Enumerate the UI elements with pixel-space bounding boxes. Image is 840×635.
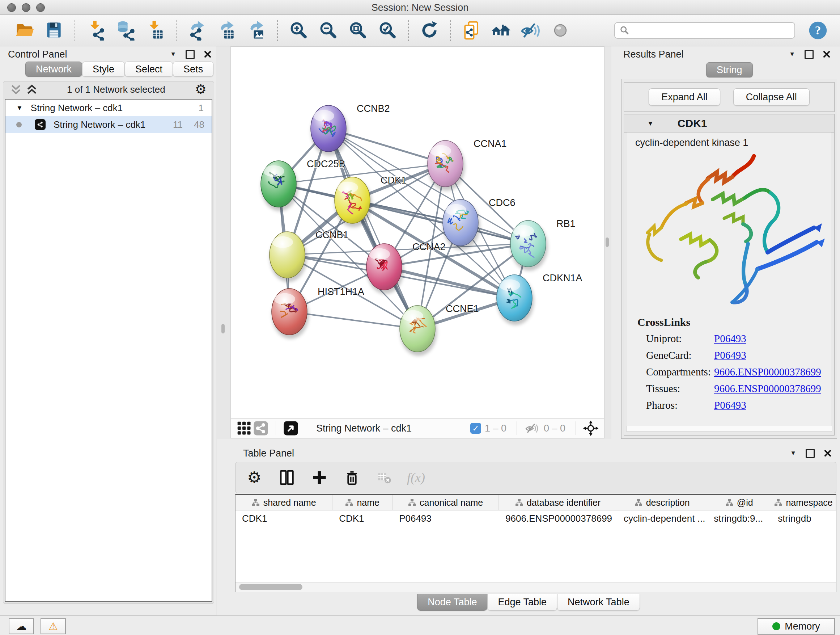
tree-expand-icon[interactable]: ▼ [16, 104, 23, 112]
tab-sets[interactable]: Sets [173, 62, 213, 77]
table-panel-float-icon[interactable] [806, 449, 815, 458]
column-header-database-identifier[interactable]: database identifier [499, 495, 617, 510]
cell-shared-name[interactable]: CDK1 [235, 513, 332, 524]
home-icon[interactable] [490, 19, 512, 42]
search-input[interactable] [633, 25, 790, 36]
cloud-icon[interactable]: ☁ [9, 618, 34, 634]
warning-icon[interactable]: ⚠ [41, 618, 66, 634]
export-image-icon[interactable] [245, 19, 268, 42]
table-panel-collapse-icon[interactable]: ▼ [790, 450, 796, 457]
create-column-icon[interactable] [309, 467, 330, 488]
refresh-icon[interactable] [418, 19, 441, 42]
collapse-all-button[interactable]: Collapse All [733, 88, 810, 106]
column-header-name[interactable]: name [332, 495, 393, 510]
table-row[interactable]: CDK1CDK1P064939606.ENSP00000378699cyclin… [235, 510, 836, 526]
expand-all-button[interactable]: Expand All [649, 88, 720, 106]
node-RB1[interactable]: RB1 [510, 218, 576, 271]
crosslink-link[interactable]: P06493 [714, 349, 746, 366]
expand-all-icon[interactable] [27, 84, 37, 95]
birdseye-view-icon[interactable] [283, 420, 299, 437]
hide-visual-icon[interactable] [519, 19, 542, 42]
network-options-gear-icon[interactable]: ⚙ [195, 83, 207, 96]
import-database-icon[interactable] [114, 19, 137, 42]
results-panel-title: Results Panel [623, 49, 684, 60]
column-header-namespace[interactable]: namespace [771, 495, 836, 510]
network-collection-row[interactable]: ▼ String Network – cdk1 1 [5, 100, 212, 116]
open-session-icon[interactable] [13, 19, 35, 42]
node-CCNA1[interactable]: CCNA1 [428, 138, 507, 191]
gene-section-header[interactable]: ▼ CDK1 [624, 114, 834, 133]
cell--id[interactable]: stringdb:9... [707, 513, 771, 524]
zoom-in-icon[interactable] [287, 19, 309, 42]
tab-string[interactable]: String [706, 62, 753, 78]
collection-label: String Network – cdk1 [31, 103, 123, 114]
table-options-gear-icon[interactable]: ⚙ [244, 467, 264, 488]
tab-network-table[interactable]: Network Table [557, 594, 640, 611]
results-panel-float-icon[interactable] [805, 50, 813, 59]
network-canvas[interactable]: CCNB2CCNA1CDC25BCDK1CDC6RB1CCNB1CCNA2CDK… [231, 46, 605, 418]
string-style-icon[interactable] [253, 420, 269, 437]
export-network-icon[interactable] [186, 19, 208, 42]
cell-description[interactable]: cyclin-dependent ... [617, 513, 707, 524]
node-CDK1[interactable]: CDK1 [335, 175, 407, 227]
results-scrollbar[interactable] [626, 426, 832, 432]
zoom-out-icon[interactable] [317, 19, 339, 42]
zoom-selected-icon[interactable] [376, 19, 399, 42]
app-manager-icon[interactable] [460, 19, 483, 42]
node-CDKN1A[interactable]: CDKN1A [497, 272, 583, 325]
results-panel-close-icon[interactable] [823, 51, 830, 58]
node-label-HIST1H1A: HIST1H1A [317, 287, 364, 297]
tab-style[interactable]: Style [82, 62, 125, 77]
crosslink-link[interactable]: 9606.ENSP00000378699 [714, 383, 821, 399]
cell-namespace[interactable]: stringdb [771, 513, 836, 524]
control-panel-float-icon[interactable] [186, 50, 195, 59]
results-panel-collapse-icon[interactable]: ▼ [789, 51, 795, 58]
gene-collapse-icon[interactable]: ▼ [647, 120, 654, 127]
import-table-icon[interactable] [144, 19, 166, 42]
column-header--id[interactable]: @id [707, 495, 771, 510]
hidden-eye-icon[interactable] [523, 420, 540, 437]
memory-button[interactable]: Memory [758, 618, 835, 635]
cell-name[interactable]: CDK1 [332, 513, 393, 524]
tab-select[interactable]: Select [125, 62, 173, 77]
import-network-icon[interactable] [85, 19, 107, 42]
current-network-dot [16, 122, 22, 127]
cell-database-identifier[interactable]: 9606.ENSP00000378699 [499, 513, 617, 524]
column-label: shared name [264, 497, 316, 508]
network-row[interactable]: String Network – cdk1 11 48 [5, 116, 212, 133]
preview-icon[interactable] [549, 19, 572, 42]
help-icon[interactable]: ? [807, 19, 829, 42]
node-label-CCNA1: CCNA1 [474, 138, 507, 149]
table-panel-close-icon[interactable] [824, 450, 831, 457]
crosslink-link[interactable]: 9606.ENSP00000378699 [714, 366, 821, 383]
control-panel-close-icon[interactable] [204, 51, 211, 58]
collapse-all-icon[interactable] [11, 84, 21, 95]
column-header-shared-name[interactable]: shared name [235, 495, 332, 510]
crosslink-row: GeneCard:P06493 [646, 349, 825, 366]
crosslink-link[interactable]: P06493 [714, 399, 746, 416]
zoom-fit-icon[interactable] [347, 19, 369, 42]
toolbar-separator [74, 20, 75, 41]
table-hscrollbar-thumb[interactable] [239, 584, 302, 590]
crosslink-link[interactable]: P06493 [714, 333, 746, 349]
grid-view-icon[interactable] [236, 420, 253, 437]
right-splitter-handle[interactable] [606, 238, 609, 247]
fit-content-crosshair-icon[interactable] [583, 420, 599, 437]
node-CDC6[interactable]: CDC6 [443, 197, 515, 250]
column-header-canonical-name[interactable]: canonical name [393, 495, 499, 510]
search-box[interactable] [614, 22, 795, 39]
delete-column-icon[interactable] [342, 467, 362, 488]
tab-node-table[interactable]: Node Table [417, 594, 487, 611]
cell-canonical-name[interactable]: P06493 [393, 513, 499, 524]
node-HIST1H1A[interactable]: HIST1H1A [272, 287, 364, 339]
tab-network[interactable]: Network [25, 62, 82, 77]
left-splitter-handle[interactable] [221, 324, 225, 333]
control-panel-collapse-icon[interactable]: ▼ [170, 51, 176, 58]
show-columns-icon[interactable] [277, 467, 297, 488]
tab-edge-table[interactable]: Edge Table [487, 594, 557, 611]
crosslink-label: Compartments: [646, 366, 714, 383]
selected-checkbox-icon[interactable]: ✓ [470, 423, 481, 434]
save-session-icon[interactable] [43, 19, 65, 42]
export-table-icon[interactable] [216, 19, 238, 42]
column-header-description[interactable]: description [617, 495, 707, 510]
